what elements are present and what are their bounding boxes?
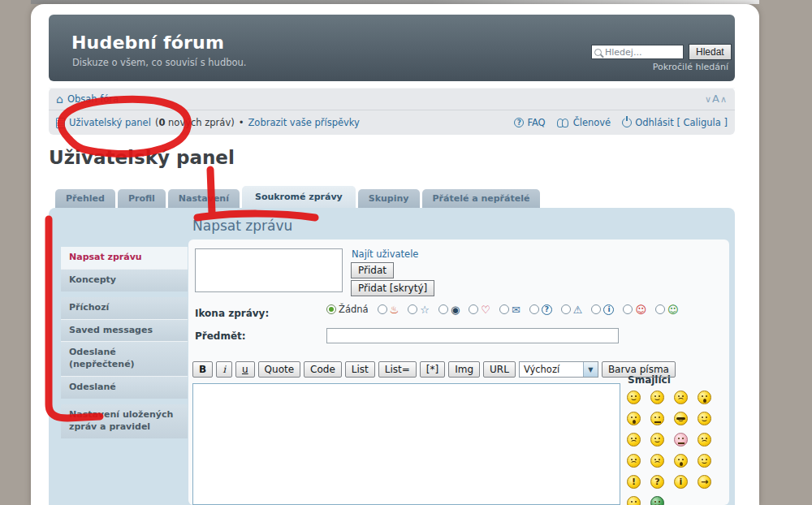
sidebar-item-koncepty[interactable]: Koncepty — [61, 270, 188, 291]
search-input[interactable]: Hledej... — [591, 45, 684, 59]
toolbar-button-[*][interactable]: [*] — [420, 361, 445, 378]
new-messages-count: (0 nových zpráv) — [155, 117, 235, 128]
menu-group: Napsat zprávuKoncepty — [61, 247, 188, 291]
logout-link[interactable]: Odhlásit [ Caligula ] — [622, 117, 728, 128]
smiley-confused-icon[interactable] — [650, 412, 664, 425]
site-header: Hudební fórum Diskuze o všem, co souvisí… — [49, 15, 735, 81]
toolbar-button-u[interactable]: u — [235, 361, 255, 378]
radio-eight-ball-icon[interactable] — [438, 304, 448, 314]
smiley-surprised-icon[interactable] — [698, 391, 711, 404]
subject-label: Předmět: — [195, 330, 246, 342]
tab-prehled[interactable]: Přehled — [55, 189, 115, 208]
smiley-neutral-icon[interactable] — [627, 496, 641, 505]
faq-link[interactable]: ?FAQ — [514, 117, 545, 128]
smiley-crying-icon[interactable] — [698, 433, 711, 447]
find-user-link[interactable]: Najít uživatele — [352, 248, 418, 260]
icon-option-star-icon: ☆ — [408, 304, 430, 315]
fire-icon: ♨ — [390, 304, 400, 315]
radio-star-icon[interactable] — [408, 304, 417, 314]
ucp-tabs: PřehledProfilNastaveníSoukromé zprávySku… — [55, 188, 540, 208]
add-recipient-button[interactable]: Přidat — [351, 262, 394, 278]
smiley-razz-icon[interactable] — [650, 433, 664, 447]
toolbar-button-list[interactable]: List — [345, 361, 375, 378]
members-label: Členové — [573, 117, 611, 128]
toolbar-button-list=[interactable]: List= — [378, 361, 417, 378]
toolbar-button-img[interactable]: Img — [448, 361, 480, 378]
ucp-panel: Napsat zprávu Napsat zprávuKonceptyPřích… — [49, 208, 735, 505]
members-link[interactable]: Členové — [557, 117, 611, 128]
tab-nastaveni[interactable]: Nastavení — [168, 189, 240, 208]
subject-input[interactable] — [326, 328, 619, 343]
smiley-exclamation-icon[interactable]: ! — [627, 475, 641, 489]
font-size-control[interactable]: ∨A∧ — [705, 93, 728, 105]
smiley-very-happy-icon[interactable] — [627, 391, 641, 404]
radio-talk-bubble-icon[interactable] — [499, 304, 509, 314]
sidebar-item-prichozi[interactable]: Příchozí — [61, 297, 188, 320]
smiley-embarrassed-icon[interactable] — [674, 433, 688, 447]
smiley-cool-icon[interactable] — [674, 412, 688, 425]
chevron-down-icon: ▼ — [583, 362, 598, 377]
add-hidden-recipient-button[interactable]: Přidat [skrytý] — [351, 280, 434, 296]
icon-option-fire-icon: ♨ — [378, 304, 400, 315]
radio-fire-icon[interactable] — [378, 304, 387, 314]
recipient-textarea[interactable] — [195, 248, 343, 292]
smiley-sad-icon[interactable] — [674, 391, 688, 404]
breadcrumb-board-index-link[interactable]: Obsah fóra — [67, 93, 119, 105]
radio-alert-icon[interactable] — [561, 304, 571, 314]
smilies-grid: !?i→ — [627, 391, 724, 505]
smiley-shocked-icon[interactable] — [627, 412, 641, 425]
smiley-laughing-icon[interactable] — [698, 412, 711, 425]
icon-option-razz-face-icon: ☺ — [623, 304, 646, 315]
radio-mr-green-face-icon[interactable] — [655, 304, 665, 314]
smiley-mr-green-icon[interactable] — [650, 496, 664, 505]
smiley-twisted-evil-icon[interactable] — [650, 454, 664, 468]
smiley-evil-icon[interactable] — [627, 454, 641, 468]
sidebar-item-napsat-zpravu[interactable]: Napsat zprávu — [61, 247, 188, 270]
toolbar-button-i[interactable]: i — [216, 361, 232, 378]
menu-group: PříchozíSaved messagesOdeslané (nepřečte… — [61, 297, 188, 399]
members-icon — [557, 118, 570, 127]
screen: Hudební fórum Diskuze o všem, co souvisí… — [0, 0, 812, 505]
radio-razz-face-icon[interactable] — [623, 304, 633, 314]
smiley-wink-icon[interactable] — [698, 454, 711, 468]
radio-info-icon[interactable] — [591, 304, 601, 314]
icon-option-none: Žádná — [326, 304, 369, 315]
tab-profil[interactable]: Profil — [118, 189, 166, 208]
toolbar-button-quote[interactable]: Quote — [258, 361, 300, 378]
smiley-question-icon[interactable]: ? — [650, 475, 664, 489]
talk-bubble-icon: ✉ — [512, 304, 520, 315]
icon-option-alert-icon: ⚠ — [561, 304, 583, 315]
smiley-mad-icon[interactable] — [627, 433, 641, 447]
search-button[interactable]: Hledat — [689, 44, 732, 60]
smiley-arrow-icon[interactable]: → — [698, 475, 711, 489]
radio-question-icon[interactable] — [529, 304, 539, 314]
user-panel-link[interactable]: Uživatelský panel — [69, 117, 151, 128]
forum-page: Hudební fórum Diskuze o všem, co souvisí… — [31, 4, 759, 505]
bbcode-toolbar: BiuQuoteCodeListList=[*]ImgURLVýchozí▼Ba… — [192, 361, 676, 378]
smiley-smile-icon[interactable] — [650, 391, 664, 404]
font-size-select[interactable]: Výchozí▼ — [519, 361, 598, 378]
tab-skupiny[interactable]: Skupiny — [358, 189, 420, 208]
radio-icon-none[interactable] — [326, 304, 336, 314]
sidebar-item-nastaveni-ulozenych[interactable]: Nastavení uložených zpráv a pravidel — [61, 404, 188, 438]
icon-option-mr-green-face-icon: ☺ — [655, 304, 679, 315]
info-icon: i — [603, 304, 614, 315]
sidebar-item-odeslane[interactable]: Odeslané — [61, 377, 188, 399]
toolbar-button-url[interactable]: URL — [483, 361, 516, 378]
question-icon: ? — [542, 304, 552, 315]
advanced-search-link[interactable]: Pokročilé hledání — [653, 62, 728, 72]
radio-heart-icon[interactable] — [469, 304, 478, 314]
icon-option-heart-icon: ♡ — [469, 304, 490, 315]
toolbar-button-b[interactable]: B — [192, 361, 213, 378]
icon-option-info-icon: i — [591, 304, 614, 315]
sidebar-item-saved-messages[interactable]: Saved messages — [61, 320, 188, 343]
tab-soukrome-zpravy[interactable]: Soukromé zprávy — [242, 186, 356, 208]
smiley-idea-icon[interactable]: i — [674, 475, 688, 489]
show-your-posts-link[interactable]: Zobrazit vaše příspěvky — [248, 117, 359, 128]
tab-pratele-a-nepratele[interactable]: Přátelé a nepřátelé — [422, 189, 541, 208]
sidebar-item-odeslane-neprecetene[interactable]: Odeslané (nepřečtené) — [61, 342, 188, 377]
toolbar-button-code[interactable]: Code — [304, 361, 342, 378]
razz-face-icon: ☺ — [635, 304, 646, 315]
smiley-rolling-eyes-icon[interactable] — [674, 454, 688, 468]
message-textarea[interactable] — [192, 383, 620, 505]
